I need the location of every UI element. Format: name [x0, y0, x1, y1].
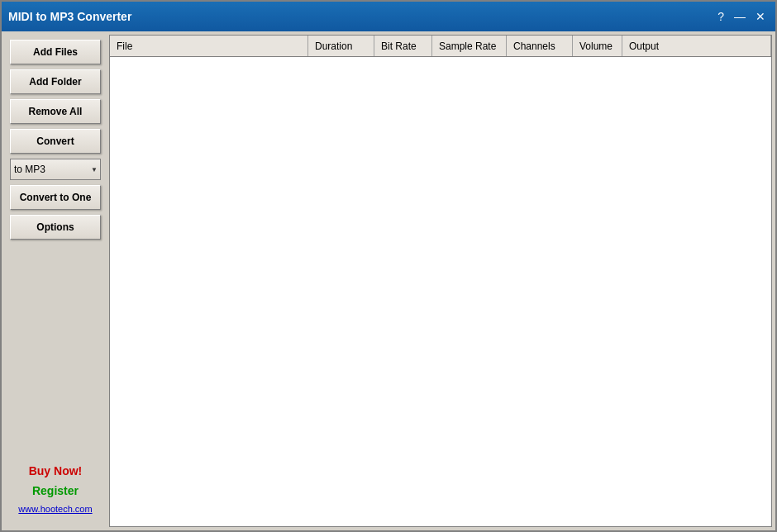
convert-button[interactable]: Convert — [10, 129, 101, 154]
col-header-bitrate: Bit Rate — [374, 36, 432, 56]
main-content: File Duration Bit Rate Sample Rate Chann… — [109, 35, 772, 527]
col-header-volume: Volume — [573, 36, 622, 56]
title-bar-controls: ? — ✕ — [714, 10, 769, 23]
table-header: File Duration Bit Rate Sample Rate Chann… — [110, 36, 771, 57]
help-button[interactable]: ? — [714, 10, 727, 23]
add-files-button[interactable]: Add Files — [10, 40, 101, 64]
title-bar: MIDI to MP3 Converter ? — ✕ — [2, 2, 775, 31]
window-title: MIDI to MP3 Converter — [8, 10, 131, 23]
remove-all-button[interactable]: Remove All — [10, 99, 101, 124]
register-link[interactable]: Register — [32, 484, 79, 497]
col-header-file: File — [110, 36, 308, 56]
close-button[interactable]: ✕ — [752, 10, 769, 23]
sidebar: Add Files Add Folder Remove All Convert … — [2, 31, 109, 530]
website-link[interactable]: www.hootech.com — [18, 504, 92, 514]
sidebar-bottom: Buy Now! Register www.hootech.com — [18, 464, 92, 522]
options-button[interactable]: Options — [10, 215, 101, 240]
main-window: MIDI to MP3 Converter ? — ✕ Add Files Ad… — [0, 0, 777, 532]
add-folder-button[interactable]: Add Folder — [10, 69, 101, 94]
col-header-samplerate: Sample Rate — [432, 36, 507, 56]
minimize-button[interactable]: — — [731, 10, 749, 23]
table-body — [110, 57, 771, 526]
window-body: Add Files Add Folder Remove All Convert … — [2, 31, 775, 530]
col-header-output: Output — [622, 36, 771, 56]
col-header-duration: Duration — [308, 36, 374, 56]
format-select-wrapper[interactable]: to MP3 to WAV to OGG to FLAC to AAC ▼ — [10, 159, 101, 180]
convert-to-one-button[interactable]: Convert to One — [10, 185, 101, 210]
col-header-channels: Channels — [507, 36, 573, 56]
buy-now-link[interactable]: Buy Now! — [29, 464, 83, 477]
format-select[interactable]: to MP3 to WAV to OGG to FLAC to AAC — [10, 159, 101, 180]
